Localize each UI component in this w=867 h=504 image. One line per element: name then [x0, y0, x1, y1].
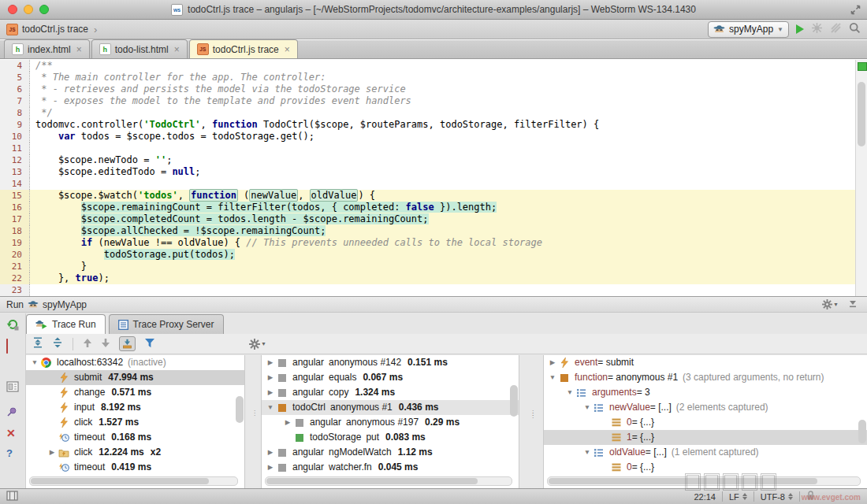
expand-toggle-icon[interactable]: ▶: [547, 355, 558, 370]
editor-tab[interactable]: JStodoCtrl.js trace×: [189, 39, 298, 58]
line-number[interactable]: 6: [0, 83, 30, 95]
line-number[interactable]: 8: [0, 107, 30, 119]
editor-tab[interactable]: hindex.html×: [4, 39, 90, 58]
calls-tree-hscrollbar[interactable]: [265, 476, 512, 486]
line-number[interactable]: 23: [0, 284, 30, 296]
code-line[interactable]: 8 */: [0, 107, 855, 119]
line-number[interactable]: 5: [0, 72, 30, 83]
restore-layout-icon[interactable]: [6, 381, 19, 395]
tree-row[interactable]: todoStorageput0.083 ms: [262, 430, 519, 445]
panel-settings-gear-icon[interactable]: ▼: [822, 299, 839, 309]
toggle-toolwindows-icon[interactable]: [6, 491, 18, 502]
calls-tree-vscrollbar[interactable]: [510, 385, 518, 417]
tree-row[interactable]: 0 = {...}: [544, 415, 867, 430]
code-line[interactable]: 15 $scope.$watch('todos', function (newV…: [0, 190, 855, 202]
tree-row[interactable]: ▶angularngModelWatch1.12 ms: [262, 445, 519, 460]
editor-tab[interactable]: htodo-list.html×: [91, 39, 188, 58]
coverage-button[interactable]: [830, 22, 842, 37]
filter-icon[interactable]: [144, 337, 155, 351]
search-everywhere-icon[interactable]: [849, 22, 861, 37]
caret-position[interactable]: 22:14: [694, 492, 716, 502]
expand-toggle-icon[interactable]: ▶: [47, 445, 58, 460]
rerun-icon[interactable]: [6, 318, 19, 334]
details-tree[interactable]: ▶event = submit▼function = anonymous #1 …: [544, 355, 867, 488]
events-tree[interactable]: ▼localhost:63342(inactive)submit47.994 m…: [26, 355, 244, 488]
hide-panel-icon[interactable]: [848, 298, 858, 310]
expand-toggle-icon[interactable]: ▼: [265, 400, 276, 415]
tree-splitter[interactable]: ⋮⋮: [519, 355, 544, 488]
line-number[interactable]: 11: [0, 143, 30, 154]
expand-toggle-icon[interactable]: ▶: [265, 460, 276, 475]
line-number[interactable]: 9: [0, 119, 30, 131]
code-line[interactable]: 5 * The main controller for the app. The…: [0, 72, 855, 83]
line-number[interactable]: 10: [0, 131, 30, 143]
tree-row[interactable]: input8.192 ms: [26, 400, 244, 415]
tree-splitter[interactable]: ⋮: [244, 355, 262, 488]
stop-icon[interactable]: [6, 339, 8, 354]
editor-scrollbar-thumb[interactable]: [858, 82, 865, 146]
close-panel-icon[interactable]: ✕: [6, 426, 16, 440]
expand-toggle-icon[interactable]: ▶: [265, 385, 276, 400]
line-number[interactable]: 13: [0, 166, 30, 178]
tab-trace-proxy-server[interactable]: Trace Proxy Server: [109, 314, 224, 334]
tab-trace-run[interactable]: Trace Run: [26, 314, 106, 334]
tree-row[interactable]: ▼newValue = [...] (2 elements captured): [544, 400, 867, 415]
close-tab-icon[interactable]: ×: [285, 44, 290, 55]
tree-row[interactable]: ▶angularwatcher.fn0.045 ms: [262, 460, 519, 475]
tree-row[interactable]: ▶angularcopy1.324 ms: [262, 385, 519, 400]
line-number[interactable]: 22: [0, 272, 30, 284]
expand-toggle-icon[interactable]: ▶: [282, 415, 293, 430]
tree-row[interactable]: ▶angularanonymous #1420.151 ms: [262, 355, 519, 370]
code-line[interactable]: 23: [0, 284, 855, 296]
run-button[interactable]: [796, 24, 804, 34]
tree-row[interactable]: timeout0.419 ms: [26, 460, 244, 475]
code-line[interactable]: 4/**: [0, 60, 855, 72]
tree-row[interactable]: ▶angularequals0.067 ms: [262, 370, 519, 385]
pin-tab-icon[interactable]: [6, 406, 17, 421]
events-tree-hscrollbar[interactable]: [29, 476, 238, 486]
tree-row[interactable]: 0 = {...}: [544, 460, 867, 475]
encoding-indicator[interactable]: UTF-8: [761, 492, 793, 502]
collapse-all-icon[interactable]: [52, 337, 63, 351]
debug-button[interactable]: [811, 22, 823, 37]
details-tree-hscrollbar[interactable]: [547, 476, 861, 486]
line-number[interactable]: 18: [0, 225, 30, 237]
line-separator-indicator[interactable]: LF: [729, 492, 747, 502]
code-editor[interactable]: 4/**5 * The main controller for the app.…: [0, 60, 855, 296]
code-line[interactable]: 9todomvc.controller('TodoCtrl', function…: [0, 119, 855, 131]
tree-row[interactable]: click1.527 ms: [26, 415, 244, 430]
minimize-window-button[interactable]: [24, 5, 33, 14]
line-number[interactable]: 17: [0, 213, 30, 225]
code-line[interactable]: 13 $scope.editedTodo = null;: [0, 166, 855, 178]
code-line[interactable]: 12 $scope.newTodo = '';: [0, 154, 855, 166]
line-number[interactable]: 20: [0, 249, 30, 261]
tree-row[interactable]: change0.571 ms: [26, 385, 244, 400]
code-line[interactable]: 16 $scope.remainingCount = filterFilter(…: [0, 202, 855, 213]
code-line[interactable]: 10 var todos = $scope.todos = todoStorag…: [0, 131, 855, 143]
tree-row[interactable]: ▶event = submit: [544, 355, 867, 370]
line-number[interactable]: 4: [0, 60, 30, 72]
fullscreen-icon[interactable]: [850, 4, 861, 18]
code-line[interactable]: 11: [0, 143, 855, 154]
tree-row[interactable]: ▶click12.224 msx2: [26, 445, 244, 460]
expand-toggle-icon[interactable]: ▼: [29, 355, 40, 370]
code-line[interactable]: 7 * - exposes the model to the template …: [0, 95, 855, 107]
code-line[interactable]: 17 $scope.completedCount = todos.length …: [0, 213, 855, 225]
code-line[interactable]: 18 $scope.allChecked = !$scope.remaining…: [0, 225, 855, 237]
previous-occurrence-icon[interactable]: [83, 337, 92, 351]
expand-toggle-icon[interactable]: ▶: [265, 370, 276, 385]
expand-toggle-icon[interactable]: ▼: [547, 370, 558, 385]
inspection-status-indicator[interactable]: [858, 62, 867, 71]
code-line[interactable]: 14: [0, 178, 855, 190]
code-line[interactable]: 21 }: [0, 261, 855, 272]
close-tab-icon[interactable]: ×: [174, 44, 180, 55]
help-icon[interactable]: ?: [6, 446, 13, 460]
close-window-button[interactable]: [8, 5, 17, 14]
run-tool-window-header[interactable]: Run spyMyApp ▼: [0, 297, 867, 313]
code-line[interactable]: 6 * - retrieves and persists the model v…: [0, 83, 855, 95]
line-number[interactable]: 19: [0, 237, 30, 249]
tree-row[interactable]: submit47.994 ms: [26, 370, 244, 385]
expand-toggle-icon[interactable]: ▶: [265, 355, 276, 370]
editor-scrollbar[interactable]: [855, 60, 867, 296]
code-line[interactable]: 20 todoStorage.put(todos);: [0, 249, 855, 261]
